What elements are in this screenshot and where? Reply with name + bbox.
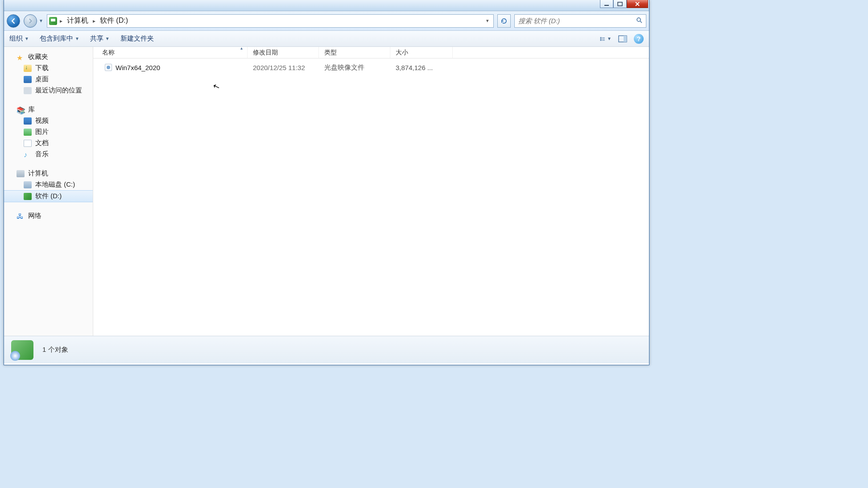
share-label: 共享: [90, 34, 103, 43]
details-pane: 1 个对象: [4, 336, 649, 363]
sidebar-item-label: 软件 (D:): [35, 192, 62, 200]
sidebar-item-label: 下载: [35, 64, 49, 72]
svg-rect-10: [624, 36, 627, 42]
preview-pane-button[interactable]: [617, 33, 628, 45]
svg-rect-4: [600, 38, 602, 39]
sidebar-item-desktop[interactable]: 桌面: [4, 74, 93, 85]
organize-label: 组织: [9, 34, 23, 43]
network-icon: 🖧: [17, 213, 25, 220]
sidebar-item-label: 图片: [35, 128, 49, 136]
recent-icon: [24, 87, 32, 94]
back-button[interactable]: [7, 14, 20, 28]
drive-large-icon: [11, 340, 33, 360]
desktop-icon: [24, 76, 32, 83]
video-icon: [24, 117, 32, 125]
file-rows: Win7x64_2020 2020/12/25 11:32 光盘映像文件 3,8…: [93, 58, 649, 336]
file-type-cell: 光盘映像文件: [319, 63, 390, 72]
view-options-button[interactable]: ▼: [600, 33, 612, 45]
share-menu[interactable]: 共享 ▼: [90, 34, 110, 43]
svg-rect-7: [602, 39, 605, 39]
maximize-button[interactable]: [613, 0, 627, 8]
chevron-down-icon: ▼: [75, 36, 79, 41]
network-label: 网络: [28, 212, 41, 220]
star-icon: ★: [17, 54, 25, 61]
window-controls: [600, 0, 648, 8]
help-button[interactable]: ?: [634, 34, 644, 44]
svg-rect-1: [618, 2, 622, 6]
sidebar-item-drive-c[interactable]: 本地磁盘 (C:): [4, 179, 93, 190]
favorites-header[interactable]: ★ 收藏夹: [4, 51, 93, 63]
svg-rect-0: [604, 5, 609, 6]
svg-point-2: [637, 18, 641, 21]
column-label: 类型: [324, 49, 337, 57]
newfolder-label: 新建文件夹: [120, 34, 154, 43]
column-header-date[interactable]: 修改日期: [248, 47, 319, 58]
mouse-cursor-icon: ↖: [211, 81, 221, 92]
file-size-cell: 3,874,126 ...: [390, 64, 453, 71]
pictures-icon: [24, 129, 32, 136]
sidebar-item-documents[interactable]: 文档: [4, 138, 93, 149]
navigation-pane: ★ 收藏夹 下载 桌面 最近访问的位置 📚: [4, 47, 93, 336]
file-list-pane: 名称 ▴ 修改日期 类型 大小 Win7x64_2020: [93, 47, 649, 336]
search-input[interactable]: [518, 17, 636, 25]
organize-menu[interactable]: 组织 ▼: [9, 34, 29, 43]
new-folder-button[interactable]: 新建文件夹: [120, 34, 154, 43]
title-bar: [4, 0, 649, 11]
network-group: 🖧 网络: [4, 210, 93, 221]
command-bar: 组织 ▼ 包含到库中 ▼ 共享 ▼ 新建文件夹 ▼ ?: [4, 31, 649, 47]
libraries-header[interactable]: 📚 库: [4, 104, 93, 115]
column-header-size[interactable]: 大小: [390, 47, 453, 58]
history-dropdown[interactable]: ▼: [39, 18, 43, 23]
search-box[interactable]: [514, 14, 646, 28]
column-label: 大小: [396, 49, 408, 57]
breadcrumb-seg-computer[interactable]: 计算机: [65, 16, 90, 25]
sidebar-item-label: 本地磁盘 (C:): [35, 180, 75, 189]
breadcrumb-sep-icon: ▸: [60, 18, 62, 24]
sidebar-item-downloads[interactable]: 下载: [4, 63, 93, 74]
drive-icon: [24, 193, 32, 200]
column-header-name[interactable]: 名称 ▴: [93, 47, 248, 58]
toolbar-right: ▼ ?: [600, 33, 644, 45]
include-label: 包含到库中: [40, 34, 73, 43]
favorites-group: ★ 收藏夹 下载 桌面 最近访问的位置: [4, 51, 93, 96]
sidebar-item-pictures[interactable]: 图片: [4, 126, 93, 138]
music-icon: ♪: [24, 151, 32, 158]
close-button[interactable]: [627, 0, 648, 8]
minimize-button[interactable]: [600, 0, 613, 8]
refresh-button[interactable]: [497, 14, 511, 28]
libraries-group: 📚 库 视频 图片 文档 ♪ 音乐: [4, 104, 93, 160]
libraries-label: 库: [28, 105, 35, 114]
sidebar-item-music[interactable]: ♪ 音乐: [4, 149, 93, 160]
file-row[interactable]: Win7x64_2020 2020/12/25 11:32 光盘映像文件 3,8…: [93, 61, 649, 74]
sidebar-item-label: 文档: [35, 139, 49, 147]
computer-header[interactable]: 计算机: [4, 168, 93, 179]
network-header[interactable]: 🖧 网络: [4, 210, 93, 221]
library-icon: 📚: [17, 106, 25, 113]
address-bar[interactable]: ▸ 计算机 ▸ 软件 (D:) ▾: [47, 14, 494, 28]
explorer-window: ▼ ▸ 计算机 ▸ 软件 (D:) ▾ 组织 ▼ 包含到库中 ▼: [4, 0, 649, 365]
column-header-type[interactable]: 类型: [319, 47, 390, 58]
computer-icon: [17, 170, 25, 177]
sidebar-item-recent[interactable]: 最近访问的位置: [4, 85, 93, 96]
breadcrumb-sep-icon: ▸: [93, 18, 95, 24]
iso-file-icon: [105, 64, 112, 71]
column-label: 修改日期: [253, 49, 278, 57]
svg-rect-6: [602, 37, 605, 38]
sidebar-item-videos[interactable]: 视频: [4, 115, 93, 126]
item-count: 1 个对象: [42, 346, 68, 354]
include-in-library-menu[interactable]: 包含到库中 ▼: [40, 34, 79, 43]
chevron-down-icon: ▼: [105, 36, 110, 41]
documents-icon: [24, 140, 32, 147]
svg-rect-8: [602, 40, 605, 41]
forward-button[interactable]: [24, 14, 37, 28]
sidebar-item-drive-d[interactable]: 软件 (D:): [4, 190, 93, 202]
chevron-down-icon: ▼: [607, 36, 612, 41]
sidebar-item-label: 最近访问的位置: [35, 86, 82, 95]
hdd-icon: [24, 181, 32, 188]
chevron-down-icon: ▼: [25, 36, 29, 41]
sort-ascending-icon: ▴: [240, 46, 243, 50]
address-dropdown-icon[interactable]: ▾: [484, 18, 492, 24]
breadcrumb-seg-drive[interactable]: 软件 (D:): [98, 16, 130, 25]
nav-row: ▼ ▸ 计算机 ▸ 软件 (D:) ▾: [4, 11, 649, 31]
column-label: 名称: [102, 49, 115, 57]
